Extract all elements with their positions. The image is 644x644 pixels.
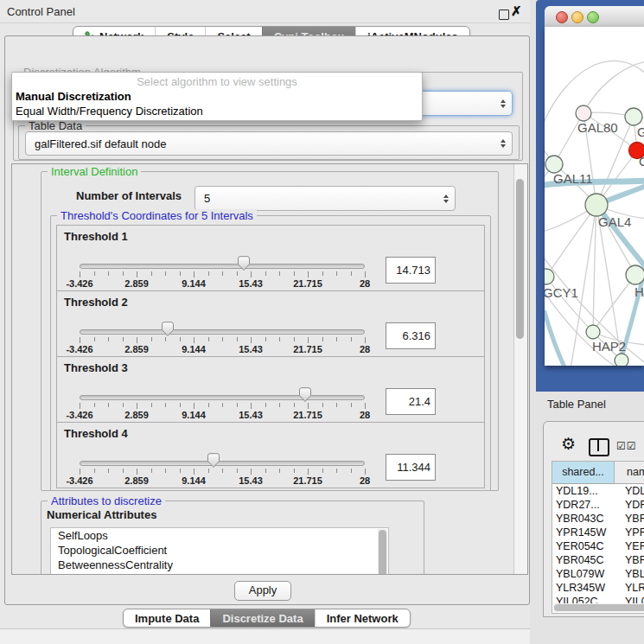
tab-impute-data[interactable]: Impute Data [124,609,210,627]
scrollbar-thumb[interactable] [379,530,386,575]
tick-mark [265,271,266,276]
threshold-value-field[interactable]: 21.4 [386,388,436,415]
tick-mark [80,403,80,409]
tick-label: 28 [360,344,370,354]
node-label: H [634,284,644,299]
tick-mark [222,403,223,407]
cyni-toolbox-content: Discretization Algorithm Select algorith… [4,35,530,605]
attribute-item[interactable]: TopologicalCoefficient [51,543,388,558]
tick-mark [222,469,223,473]
minimize-traffic-light-icon[interactable] [571,11,583,23]
cell-shared-name: YDR27... [552,498,617,512]
slider-handle[interactable] [298,387,311,403]
network-node[interactable] [615,354,628,366]
threshold-row: Threshold 3-3.4262.8599.14415.4321.71528… [56,356,485,423]
tick-mark [137,271,137,277]
tick-mark [279,469,280,473]
slider-track[interactable]: -3.4262.8599.14415.4321.71528 [80,357,365,422]
attributes-list-scrollbar[interactable] [378,529,387,575]
slider-handle[interactable] [238,256,251,271]
node-label: HAP2 [592,339,626,354]
network-node[interactable] [545,269,554,284]
gear-icon[interactable]: ⚙ [561,434,576,453]
scrollbar-thumb[interactable] [554,604,644,611]
algorithm-option[interactable]: Manual Discretization [16,89,418,104]
network-node[interactable] [545,156,563,173]
tick-mark [208,337,209,341]
interval-definition-label: Interval Definition [48,165,141,178]
tick-mark [308,271,309,277]
table-header: shared... name [552,462,644,484]
tick-mark [237,469,238,473]
tick-mark [208,271,209,276]
tab-infer-network[interactable]: Infer Network [315,609,410,627]
network-node[interactable] [585,194,608,216]
algorithm-option[interactable]: Equal Width/Frequency Discretization [16,104,418,118]
table-row[interactable]: YBR043CYBR04 [552,512,644,526]
table-row[interactable]: YER054CYER05 [552,539,644,553]
threshold-value-field[interactable]: 6.316 [386,322,436,349]
tick-mark [180,469,181,473]
attributes-list[interactable]: SelfLoopsTopologicalCoefficientBetweenne… [50,527,389,575]
tick-mark [165,271,166,276]
network-edge-highlighted[interactable] [545,312,565,366]
cell-name: YLR34 [617,581,644,595]
tick-mark [180,403,181,407]
attribute-item[interactable]: BetweennessCentrality [51,558,388,572]
slider-track[interactable]: -3.4262.8599.14415.4321.71528 [80,423,365,488]
screenshot-root: Control Panel ✗ NetworkStyleSelectCyni T… [0,0,644,644]
tick-mark [137,469,137,475]
column-header-name[interactable]: name [615,462,644,483]
cell-shared-name: YDL19... [552,484,617,498]
slider-handle[interactable] [207,453,220,469]
slider-groove [80,264,365,269]
close-icon[interactable]: ✗ [511,3,522,19]
tick-mark [137,337,137,343]
table-data-select[interactable]: galFiltered.sif default node [25,131,513,156]
tab-discretize-data[interactable]: Discretize Data [210,609,314,627]
table-row[interactable]: YBL079WYBL07 [552,567,644,581]
table-row[interactable]: YBR045CYBR04 [552,553,644,567]
tick-label: 9.144 [182,344,206,354]
vertical-scrollbar[interactable] [513,164,527,574]
slider-track[interactable]: -3.4262.8599.14415.4321.71528 [80,291,365,356]
tick-mark [294,337,295,341]
tick-label: 15.43 [239,410,263,420]
network-node[interactable] [576,105,591,121]
apply-button[interactable]: Apply [234,581,291,601]
table-row[interactable]: YDR27...YDR27 [552,498,644,512]
network-edge[interactable] [583,61,644,113]
tick-mark [94,403,95,407]
tick-mark [351,403,352,407]
tick-mark [351,271,352,276]
attribute-item[interactable]: SelfLoops [51,528,388,543]
cell-name: YBR04 [617,512,644,526]
slider-track[interactable]: -3.4262.8599.14415.4321.71528 [80,226,365,290]
tick-mark [365,469,366,475]
slider-handle[interactable] [162,322,175,337]
horizontal-scrollbar[interactable] [553,603,644,612]
tick-mark [308,469,309,475]
float-window-icon[interactable] [499,10,509,20]
network-edge[interactable] [546,205,596,277]
scrollbar-thumb[interactable] [516,179,524,339]
table-row[interactable]: YDL19...YDL19 [552,484,644,498]
tick-mark [137,403,137,409]
threshold-value-field[interactable]: 11.344 [386,454,436,481]
select-columns-icon[interactable]: ☑☑ [616,440,637,452]
network-node[interactable] [586,325,600,339]
split-columns-icon[interactable] [589,438,609,456]
tick-mark [165,337,166,341]
network-node[interactable] [626,265,644,284]
column-header-shared-name[interactable]: shared... [552,462,615,483]
table-row[interactable]: YLR345WYLR34 [552,581,644,595]
network-canvas[interactable]: GAL80GACGAL11GAL4GCY1HHAP2 [545,27,644,366]
table-data-value: galFiltered.sif default node [35,132,166,155]
zoom-traffic-light-icon[interactable] [587,11,599,23]
table-row[interactable]: YPR145WYPR14 [552,526,644,539]
threshold-value-field[interactable]: 14.713 [386,257,436,284]
tick-mark [180,337,181,341]
close-traffic-light-icon[interactable] [556,11,568,23]
number-of-intervals-select[interactable]: 5 [194,186,456,211]
network-node[interactable] [625,108,642,125]
